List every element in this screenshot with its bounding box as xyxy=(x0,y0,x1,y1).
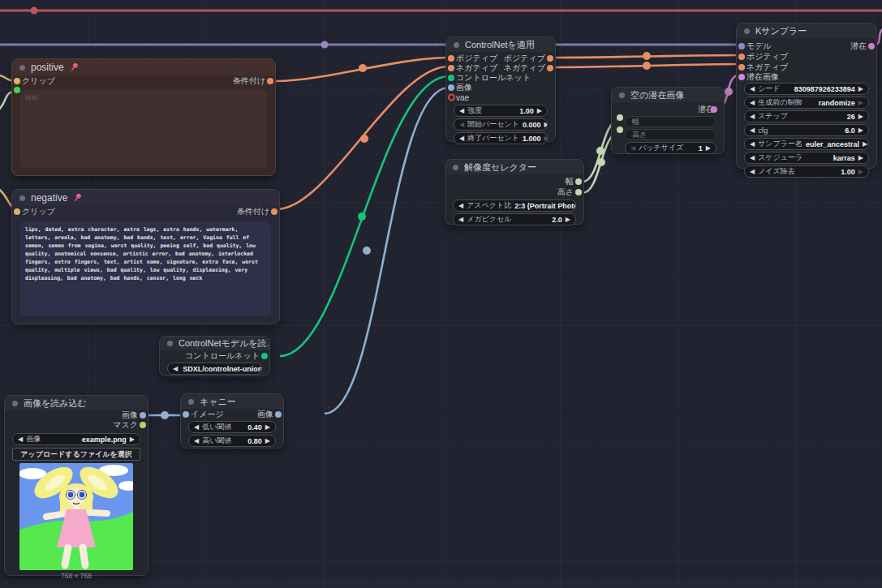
reroute-dot-red[interactable] xyxy=(31,7,38,15)
decrement-arrow[interactable]: ◀ xyxy=(750,155,755,161)
increment-arrow[interactable]: ▶ xyxy=(706,145,711,152)
link-dot-latent[interactable] xyxy=(725,88,733,96)
node-positive-prompt[interactable]: positive クリップ 条件付け text xyxy=(11,58,276,176)
input-slot-height[interactable] xyxy=(617,127,623,133)
collapse-dot[interactable] xyxy=(19,65,25,71)
decrement-arrow[interactable]: ◀ xyxy=(750,127,755,134)
node-empty-latent[interactable]: 空の潜在画像 潜在 幅 高さ ◀ バッチサイズ 1 ▶ xyxy=(611,87,725,154)
high-threshold-widget[interactable]: ◀ 高い閾値 0.80 ▶ xyxy=(188,435,276,447)
collapse-dot[interactable] xyxy=(188,399,194,405)
input-slot-clip[interactable] xyxy=(14,208,20,215)
scheduler-widget[interactable]: ◀ スケジューラ karras ▶ xyxy=(744,152,869,164)
decrement-arrow[interactable]: ◀ xyxy=(750,114,755,120)
increment-arrow[interactable]: ▶ xyxy=(858,100,863,106)
steps-widget[interactable]: ◀ ステップ 26 ▶ xyxy=(744,110,869,122)
node-title-bar[interactable]: positive xyxy=(12,59,275,75)
controlnet-model-combo[interactable]: ◀ SDXL/controlnet-union … ▶ xyxy=(167,363,262,375)
decrement-arrow[interactable]: ◀ xyxy=(750,141,755,148)
collapse-dot[interactable] xyxy=(619,92,625,98)
decrement-arrow[interactable]: ◀ xyxy=(750,86,755,92)
collapse-dot[interactable] xyxy=(744,28,750,34)
decrement-arrow[interactable]: ◀ xyxy=(459,122,464,128)
aspect-ratio-widget[interactable]: ◀ アスペクト比 2:3 (Portrait Photo) ▶ xyxy=(453,200,576,212)
decrement-arrow[interactable]: ◀ xyxy=(459,108,464,114)
link-dot-negative[interactable] xyxy=(360,135,368,143)
output-slot-conditioning[interactable] xyxy=(267,78,273,84)
link-dot-load-image[interactable] xyxy=(161,411,169,419)
decrement-arrow[interactable]: ◀ xyxy=(18,436,23,443)
node-title-bar[interactable]: Kサンプラー xyxy=(737,24,876,38)
input-slot-negative[interactable] xyxy=(738,64,745,71)
output-slot-height[interactable] xyxy=(575,189,582,195)
output-slot-latent[interactable] xyxy=(868,43,875,49)
output-slot-width[interactable] xyxy=(575,178,582,185)
decrement-arrow[interactable]: ◀ xyxy=(173,366,178,372)
sampler-name-widget[interactable]: ◀ サンプラー名 euler_ancestral ▶ xyxy=(744,138,869,150)
input-slot-controlnet[interactable] xyxy=(448,75,454,81)
increment-arrow[interactable]: ▶ xyxy=(858,155,863,161)
increment-arrow[interactable]: ▶ xyxy=(858,169,863,175)
node-canny[interactable]: キャニー イメージ 画像 ◀ 低い閾値 0.40 ▶ ◀ 高い閾値 0.80 ▶ xyxy=(180,393,284,449)
collapse-dot[interactable] xyxy=(167,341,173,346)
node-apply-controlnet[interactable]: ControlNetを適用 ポジティブ ポジティブ ネガティブ ネガティブ コン… xyxy=(445,36,556,142)
input-slot-clip[interactable] xyxy=(14,78,20,84)
decrement-arrow[interactable]: ◀ xyxy=(194,438,199,444)
control-after-generate-widget[interactable]: ◀ 生成前の制御 randomize ▶ xyxy=(744,97,869,109)
megapixel-widget[interactable]: ◀ メガピクセル 2.0 ▶ xyxy=(453,213,576,225)
cfg-widget[interactable]: ◀ cfg 6.0 ▶ xyxy=(744,124,869,136)
output-slot-image[interactable] xyxy=(275,411,282,418)
node-title-bar[interactable]: ControlNetモデルを読... xyxy=(160,337,269,350)
node-controlnet-loader[interactable]: ControlNetモデルを読... コントロールネット ◀ SDXL/cont… xyxy=(159,336,270,376)
prompt-textarea[interactable]: lips, dated, extra character, extra legs… xyxy=(20,221,271,316)
node-title-bar[interactable]: 解像度セレクター xyxy=(445,160,583,174)
input-slot-text[interactable] xyxy=(14,87,20,93)
end-percent-widget[interactable]: ◀ 終了パーセント 1.000 ▶ xyxy=(454,132,548,144)
height-input-widget[interactable]: 高さ xyxy=(625,129,716,140)
start-percent-widget[interactable]: ◀ 開始パーセント 0.000 ▶ xyxy=(454,118,548,131)
node-title-bar[interactable]: キャニー xyxy=(181,394,283,409)
decrement-arrow[interactable]: ◀ xyxy=(459,135,464,142)
collapse-dot[interactable] xyxy=(454,42,459,48)
increment-arrow[interactable]: ▶ xyxy=(858,86,863,92)
collapse-dot[interactable] xyxy=(19,195,25,201)
low-threshold-widget[interactable]: ◀ 低い閾値 0.40 ▶ xyxy=(188,421,276,433)
link-dot-height[interactable] xyxy=(597,158,605,166)
seed-widget[interactable]: ◀ シード 830987926233894 ▶ xyxy=(744,83,869,95)
increment-arrow[interactable]: ▶ xyxy=(265,438,270,444)
link-dot-apply-positive[interactable] xyxy=(643,52,651,60)
link-dot-positive[interactable] xyxy=(359,64,367,72)
link-dot-apply-negative[interactable] xyxy=(643,62,651,70)
input-slot-image[interactable] xyxy=(183,411,189,418)
input-slot-positive[interactable] xyxy=(738,54,745,60)
decrement-arrow[interactable]: ◀ xyxy=(750,169,755,175)
denoise-widget[interactable]: ◀ ノイズ除去 1.00 ▶ xyxy=(744,165,869,178)
strength-widget[interactable]: ◀ 強度 1.00 ▶ xyxy=(454,105,548,117)
node-negative-prompt[interactable]: negative クリップ 条件付け lips, dated, extra ch… xyxy=(11,189,280,324)
image-file-combo[interactable]: ◀ 画像 example.png ▶ xyxy=(12,433,140,445)
input-slot-image[interactable] xyxy=(448,84,454,91)
node-title-bar[interactable]: ControlNetを適用 xyxy=(446,37,555,52)
link-dot-controlnet[interactable] xyxy=(358,212,366,221)
decrement-arrow[interactable]: ◀ xyxy=(750,100,755,106)
output-slot-controlnet[interactable] xyxy=(261,353,268,359)
decrement-arrow[interactable]: ◀ xyxy=(194,424,199,431)
node-title-bar[interactable]: negative xyxy=(12,190,279,206)
collapse-dot[interactable] xyxy=(453,165,458,170)
node-ksampler[interactable]: Kサンプラー モデル 潜在 ポジティブ ネガティブ 潜在画像 ◀ シード 830… xyxy=(736,23,877,169)
increment-arrow[interactable]: ▶ xyxy=(863,141,867,148)
node-resolution-selector[interactable]: 解像度セレクター 幅 高さ ◀ アスペクト比 2:3 (Portrait Pho… xyxy=(445,159,584,225)
increment-arrow[interactable]: ▶ xyxy=(858,127,863,134)
increment-arrow[interactable]: ▶ xyxy=(265,424,270,431)
input-slot-positive[interactable] xyxy=(448,55,454,62)
node-title-bar[interactable]: 空の潜在画像 xyxy=(612,88,724,102)
input-slot-width[interactable] xyxy=(617,114,623,121)
decrement-arrow[interactable]: ◀ xyxy=(630,145,635,152)
batch-size-widget[interactable]: ◀ バッチサイズ 1 ▶ xyxy=(625,142,716,154)
input-slot-model[interactable] xyxy=(738,43,745,49)
width-input-widget[interactable]: 幅 xyxy=(625,116,716,127)
link-dot-canny-image[interactable] xyxy=(363,247,371,255)
decrement-arrow[interactable]: ◀ xyxy=(458,203,463,209)
node-load-image[interactable]: 画像を読み込む 画像 マスク ◀ 画像 example.png ▶ アップロード… xyxy=(4,395,148,576)
output-slot-latent[interactable] xyxy=(711,106,717,113)
output-slot-conditioning[interactable] xyxy=(271,208,278,215)
